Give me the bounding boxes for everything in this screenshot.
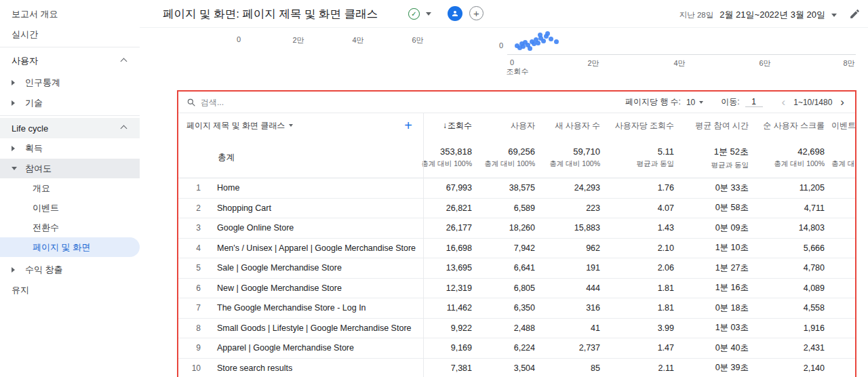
- column-header-users[interactable]: 사용자: [475, 120, 538, 132]
- sidebar-item-reports-snapshot[interactable]: 보고서 개요: [0, 4, 140, 24]
- column-header-scrolled-users[interactable]: 순 사용자 스크롤: [751, 120, 827, 132]
- charts-strip: 0 2만 4만 6만 0 0 2만 4만 6만 8만 조회수: [140, 28, 868, 90]
- sidebar-item-engagement-overview[interactable]: 개요: [0, 178, 140, 198]
- row-views-per-user: 1.43: [603, 223, 677, 233]
- row-views-per-user: 1.81: [603, 283, 677, 293]
- row-views: 11,462: [423, 303, 475, 313]
- search-input[interactable]: [201, 98, 302, 107]
- expand-right-icon: [12, 80, 15, 85]
- scatter-y-tick: 0: [495, 41, 503, 49]
- row-users: 6,350: [475, 303, 538, 313]
- row-avg-engagement-time: 1분 10초: [677, 242, 751, 254]
- scatter-point: [554, 39, 559, 44]
- row-page-title: Men's / Unisex | Apparel | Google Mercha…: [210, 243, 423, 253]
- row-avg-engagement-time: 1분 03초: [677, 322, 751, 334]
- sidebar-item-demographics[interactable]: 인구통계: [0, 73, 140, 93]
- sidebar-section-label: Life cycle: [12, 123, 48, 134]
- dimension-header-label: 페이지 제목 및 화면 클래스: [186, 120, 285, 132]
- column-header-avg-engagement-time[interactable]: 평균 참여 시간: [677, 120, 751, 132]
- add-dimension-button[interactable]: +: [404, 119, 412, 132]
- scatter-x-axis-label: 조회수: [507, 66, 529, 77]
- sidebar-item-engagement[interactable]: 참여도: [0, 159, 140, 178]
- row-views: 67,993: [423, 183, 475, 193]
- column-header-views-per-user[interactable]: 사용자당 조회수: [603, 120, 677, 132]
- table-row[interactable]: 4 Men's / Unisex | Apparel | Google Merc…: [178, 239, 855, 259]
- sidebar-section-lifecycle[interactable]: Life cycle: [0, 118, 140, 138]
- column-header-events-cut[interactable]: 이벤트 수: [827, 120, 855, 132]
- sidebar-item-label: 유지: [12, 284, 29, 296]
- sidebar-section-user[interactable]: 사용자: [0, 49, 140, 73]
- sidebar-item-label: 실시간: [12, 28, 38, 41]
- sidebar-item-label: 보고서 개요: [12, 8, 58, 20]
- sidebar-item-pages-screens[interactable]: 페이지 및 화면: [0, 237, 140, 257]
- row-index: 10: [178, 363, 210, 373]
- rows-per-page-label: 페이지당 행 수:: [625, 96, 681, 108]
- sidebar-item-events[interactable]: 이벤트: [0, 198, 140, 218]
- table-row[interactable]: 5 Sale | Google Merchandise Store 13,695…: [178, 258, 855, 279]
- table-row[interactable]: 3 Google Online Store 26,177 18,260 15,8…: [178, 218, 855, 239]
- expand-right-icon: [12, 100, 15, 106]
- sidebar-item-label: 수익 창출: [25, 264, 63, 276]
- totals-avg-engagement-time: 1분 52초 평균과 동일: [677, 146, 751, 170]
- row-new-users: 41: [538, 323, 603, 333]
- row-views: 12,319: [423, 283, 475, 293]
- row-users: 6,224: [475, 343, 538, 353]
- row-page-title: Apparel | Google Merchandise Store: [210, 343, 423, 353]
- table-row[interactable]: 7 The Google Merchandise Store - Log In …: [178, 298, 855, 319]
- table-search[interactable]: [186, 98, 302, 107]
- row-new-users: 316: [538, 303, 603, 313]
- table-row[interactable]: 10 Store search results 7,381 3,504 85 2…: [178, 359, 855, 377]
- row-users: 38,575: [475, 183, 538, 193]
- row-users: 6,805: [475, 283, 538, 293]
- row-index: 5: [178, 263, 210, 273]
- row-avg-engagement-time: 0분 33초: [677, 182, 751, 194]
- comparison-badge-icon[interactable]: [448, 6, 462, 21]
- scatter-point: [536, 41, 540, 45]
- bar-chart-x-tick: 6만: [412, 35, 423, 45]
- add-comparison-button[interactable]: +: [469, 6, 484, 20]
- scatter-x-axis: [507, 54, 856, 55]
- dimension-header[interactable]: 페이지 제목 및 화면 클래스 +: [178, 119, 423, 132]
- row-users: 3,504: [475, 363, 538, 373]
- report-table-card: 페이지당 행 수: 10 이동: ‹ 1~10/1480 › 페이지 제목 및 …: [177, 90, 856, 377]
- page-next-button[interactable]: ›: [837, 96, 847, 108]
- scatter-point: [549, 37, 553, 41]
- sidebar-item-label: 인구통계: [25, 77, 60, 89]
- row-avg-engagement-time: 1분 27초: [677, 262, 751, 274]
- page-title[interactable]: 페이지 및 화면: 페이지 제목 및 화면 클래스: [163, 7, 378, 22]
- goto-page-input[interactable]: [745, 97, 763, 107]
- table-row[interactable]: 1 Home 67,993 38,575 24,293 1.76 0분 33초 …: [178, 178, 855, 199]
- sidebar-item-retention[interactable]: 유지: [0, 280, 140, 300]
- page-prev-button[interactable]: ‹: [779, 96, 789, 108]
- title-dropdown-caret-icon[interactable]: [426, 12, 431, 16]
- customize-report-button[interactable]: [848, 7, 861, 20]
- sidebar-item-tech[interactable]: 기술: [0, 93, 140, 113]
- row-new-users: 24,293: [538, 183, 603, 193]
- pagination-controls: 페이지당 행 수: 10 이동: ‹ 1~10/1480 ›: [625, 96, 847, 108]
- data-quality-check-icon[interactable]: ✓: [408, 8, 420, 20]
- table-row[interactable]: 9 Apparel | Google Merchandise Store 9,1…: [178, 338, 855, 359]
- table-row[interactable]: 8 Small Goods | Lifestyle | Google Merch…: [178, 319, 855, 339]
- table-row[interactable]: 6 New | Google Merchandise Store 12,319 …: [178, 279, 855, 299]
- scatter-plot: [507, 28, 853, 54]
- column-header-views[interactable]: ↓조회수: [423, 120, 475, 132]
- sidebar-item-acquisition[interactable]: 획득: [0, 138, 140, 159]
- row-page-title: New | Google Merchandise Store: [210, 283, 423, 293]
- table-row[interactable]: 2 Shopping Cart 26,821 6,589 223 4.07 0분…: [178, 199, 855, 219]
- table-body: 1 Home 67,993 38,575 24,293 1.76 0분 33초 …: [178, 178, 855, 377]
- edit-pencil-icon: [849, 8, 861, 20]
- sidebar-item-label: 개요: [33, 182, 50, 195]
- row-scrolled-users: 11,205: [751, 183, 827, 193]
- totals-views: 353,818 총계 대비 100%: [423, 146, 475, 169]
- scatter-x-tick: 4만: [673, 58, 685, 68]
- table-totals-row: 총계 353,818 총계 대비 100% 69,256 총계 대비 100% …: [178, 138, 855, 178]
- sidebar-item-conversions[interactable]: 전환수: [0, 218, 140, 237]
- date-range-picker[interactable]: 지난 28일 2월 21일~2022년 3월 20일: [679, 9, 837, 21]
- column-header-new-users[interactable]: 새 사용자 수: [538, 120, 603, 132]
- date-range-value: 2월 21일~2022년 3월 20일: [719, 9, 825, 21]
- row-index: 6: [178, 283, 210, 293]
- sidebar-item-realtime[interactable]: 실시간: [0, 24, 140, 45]
- search-icon: [186, 98, 196, 107]
- rows-per-page-select[interactable]: 10: [686, 98, 703, 107]
- sidebar-item-monetization[interactable]: 수익 창출: [0, 260, 140, 280]
